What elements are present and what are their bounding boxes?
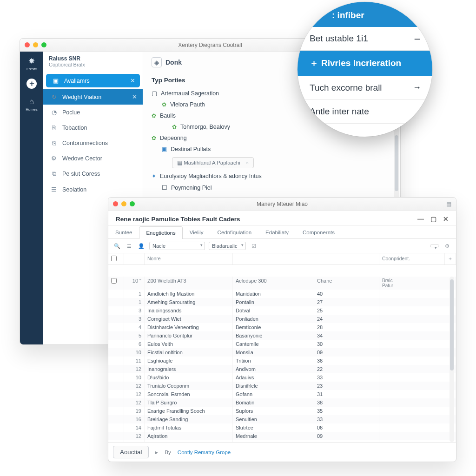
scroll-thumb[interactable] — [395, 135, 398, 191]
lens-item[interactable]: ＋Rivries Incrieration — [298, 51, 432, 76]
restore-icon[interactable]: ▢ — [430, 215, 436, 223]
cell-num: 10 — [124, 348, 145, 357]
row-checkbox[interactable] — [111, 278, 117, 284]
table-row[interactable]: 12 Soncnxial Esrnden Gofann 31 — [108, 390, 456, 398]
sidebar-item-poclue[interactable]: ◔ Poclue — [43, 105, 143, 120]
doc-icon[interactable]: ▤ — [446, 201, 451, 207]
table-row[interactable]: 5 Pannanclo Gontplur Basanyonie 34 — [108, 331, 456, 340]
footer-bar: Aouctial ▸ By Contly Rematry Grope — [108, 442, 456, 462]
action-button[interactable]: Aouctial — [113, 446, 149, 458]
cell-c: 24 — [314, 315, 379, 323]
sidebar-item-icon: ☰ — [50, 186, 58, 193]
close-icon[interactable]: ✕ — [443, 215, 449, 223]
sidebar-item-avallamrs[interactable]: ▣ Avallamrs✕ — [46, 74, 140, 87]
table-row[interactable]: 3 Corngiaet Wiet Ponliaden 24 — [108, 315, 456, 323]
table-row[interactable]: 16 Brelriage Sanding Senultien 33 — [108, 415, 456, 423]
cell-c: 23 — [314, 382, 379, 390]
cell-c: 36 — [314, 357, 379, 365]
sidebar-item-wedove-cector[interactable]: ⚙ Wedove Cector — [43, 151, 143, 166]
table-row[interactable]: 10 Eicstlal onltition Monsila 09 — [108, 348, 456, 357]
cell-component: BralcPatur — [379, 277, 456, 290]
tree-row[interactable]: ☐ Poyrnening Piel — [152, 182, 392, 193]
tree-row[interactable]: ▣ Destinal Pullats — [152, 144, 392, 155]
table-row[interactable]: 19 Exartge Frandlling Sooch Suplors 35 — [108, 407, 456, 415]
sidebar-item-tobaction[interactable]: ⎘ Tobaction — [43, 120, 143, 135]
titlebar-front[interactable]: Manery Mteuer Miao ▤ — [108, 198, 456, 211]
module-icon: ◈ — [152, 57, 162, 67]
tab-enegtietions[interactable]: Enegtietions — [139, 226, 182, 239]
gear-icon[interactable]: ⚙ — [443, 243, 451, 249]
check-icon[interactable]: ☑ — [250, 243, 258, 249]
lens-item-label: Bet ustable 1i1 — [310, 33, 368, 43]
sidebar-item-pe-slut-coress[interactable]: ⧉ Pe slut Coress — [43, 166, 143, 182]
col-num[interactable] — [124, 253, 145, 264]
rail-item-fresfc[interactable]: ✸ Fresfc — [20, 52, 43, 74]
lens-item[interactable]: Bet ustable 1i1– — [298, 27, 432, 51]
dropdown-type[interactable]: Bladarualic — [209, 242, 246, 250]
tab-componernts[interactable]: Componernts — [296, 226, 342, 238]
tree-icon: ▣ — [162, 146, 167, 152]
table-row[interactable]: 1 Amdloieh llg Mastion Manidation 40 — [108, 290, 456, 298]
table-row[interactable]: 12 Trunialo Cooponm Disnifrlcle 23 — [108, 382, 456, 390]
table-category-row[interactable]: 10 " Z00 Wielatth AT3 Aclodspe 300 Chane… — [108, 277, 456, 290]
table-row[interactable]: 3 Inaloingssands Dotval 25 — [108, 306, 456, 315]
col-name[interactable]: Nonre — [145, 253, 233, 264]
cell-num: 12 — [124, 432, 145, 440]
table-row[interactable]: 10 D!us!bido Adauivs 33 — [108, 373, 456, 382]
tree-row[interactable]: ✦ Eurolysioy Magliadhtors & adoncy Intus — [152, 171, 392, 182]
col-add[interactable]: ＋ — [445, 253, 456, 264]
table-row[interactable]: 1 Amehing Sarourating Pontalin 27 — [108, 298, 456, 306]
min-icon[interactable]: — — [417, 215, 424, 223]
scroll-thumb[interactable] — [450, 279, 454, 370]
arrow-right-icon[interactable]: → — [413, 83, 421, 93]
rail-label: Fresfc — [26, 67, 37, 71]
user-icon[interactable]: 👤 — [137, 243, 145, 249]
col-2[interactable] — [233, 253, 314, 264]
table-row[interactable]: 14 Fajdmil Totulas Slutrtee 06 — [108, 423, 456, 432]
close-icon[interactable]: ✕ — [132, 93, 137, 100]
cell-num: 12 — [124, 382, 145, 390]
list-icon[interactable]: ☰ — [125, 243, 133, 249]
dropdown-nacle[interactable]: Nacle — [149, 242, 205, 250]
cell-a: Amehing Sarourating — [145, 298, 233, 306]
tab-suntee[interactable]: Suntee — [108, 226, 139, 238]
tree-row[interactable]: ▦ Mastihlanal A Paplaachi — [152, 155, 392, 171]
table-row[interactable]: 6 Eulos Veith Cantemlle 30 — [108, 340, 456, 348]
cell-a: TlalP Suirgro — [145, 398, 233, 407]
cell-c: 27 — [314, 298, 379, 306]
table-row[interactable]: 11 Esghioagle Tritiion 36 — [108, 357, 456, 365]
search-icon[interactable]: 🔍 — [113, 243, 121, 249]
rail-item-home[interactable]: ⌂ Humes — [20, 93, 43, 114]
table-row[interactable]: 12 Inanogralers Andivom 22 — [108, 365, 456, 373]
scrollbar-table[interactable] — [450, 277, 454, 442]
chevron-down-icon[interactable]: ⌄ — [410, 9, 418, 20]
lens-item[interactable]: Tuch excorne brall→ — [298, 76, 432, 100]
col-check[interactable] — [108, 253, 124, 264]
table-row[interactable]: 4 Distnharcle Veneorting Bemticonle 28 — [108, 323, 456, 331]
collapse-icon[interactable]: – — [415, 33, 420, 45]
breadcrumb-label: Donk — [165, 59, 182, 66]
col-component[interactable]: Coonprident. — [379, 253, 445, 264]
sidebar-item-label: Avallamrs — [64, 78, 90, 84]
table-row[interactable]: 12 Aqiration Medrnale 09 — [108, 432, 456, 440]
chip[interactable]: ▦ Mastihlanal A Paplaachi — [172, 157, 254, 168]
tab-cednfiqulation[interactable]: Cednfiqulation — [211, 226, 259, 238]
select-all-checkbox[interactable] — [111, 256, 117, 261]
dropdown-right[interactable] — [430, 245, 439, 247]
sidebar-item-contorunnections[interactable]: ⎘ Contorunnections — [43, 135, 143, 151]
tree-icon: ✿ — [172, 124, 177, 130]
tab-edabiliaty[interactable]: Edabiliaty — [258, 226, 296, 238]
rail-item-add[interactable]: ＋ — [20, 74, 43, 93]
tab-vielily[interactable]: Vielily — [183, 226, 211, 238]
cell-a: Fajdmil Totulas — [145, 423, 233, 432]
sidebar-item-seolation[interactable]: ☰ Seolation — [43, 182, 143, 197]
cell-num: 12 — [124, 365, 145, 373]
footer-link[interactable]: Contly Rematry Grope — [178, 450, 231, 455]
close-icon[interactable]: ✕ — [130, 77, 135, 84]
cell-a: Pannanclo Gontplur — [145, 331, 233, 340]
col-3[interactable] — [314, 253, 379, 264]
cell-c: 09 — [314, 348, 379, 357]
table-row[interactable]: 12 TlalP Suirgro Bomatin 38 — [108, 398, 456, 407]
cell-b: Adauivs — [233, 373, 314, 382]
sidebar-item-wedght-viation[interactable]: ↻ Wedght Viation✕ — [43, 89, 143, 105]
